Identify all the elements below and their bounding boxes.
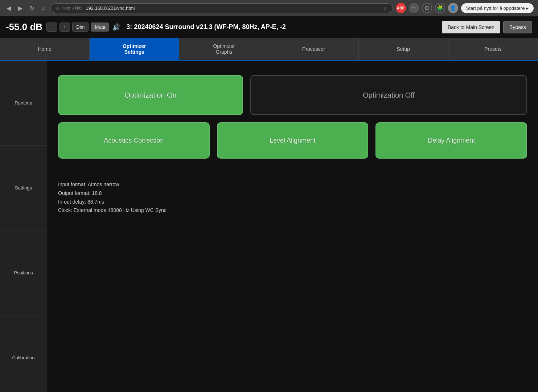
bypass-button[interactable]: Bypass	[503, 21, 532, 33]
sidebar-item-runtime[interactable]: Runtime	[0, 61, 47, 146]
tab-optimizer-settings[interactable]: Optimizer Settings	[90, 38, 179, 60]
puzzle-button[interactable]: 🧩	[435, 3, 445, 13]
nav-tabs: Home Optimizer Settings Optimizer Graphs…	[0, 38, 538, 61]
bookmark-icon[interactable]: ☆	[383, 5, 387, 11]
clock-label: Clock: External mode 48000 Hz Using WC S…	[58, 206, 527, 215]
header-right: Back to Main Screen Bypass	[442, 21, 532, 33]
main-layout: Runtime Settings Positions Calibration O…	[0, 61, 538, 392]
sidebar: Runtime Settings Positions Calibration	[0, 61, 47, 392]
info-text: Input format: Atmos narrow Output format…	[58, 180, 527, 215]
optimization-on-button[interactable]: Optimization On	[58, 75, 243, 115]
not-secure-icon: ⚠	[56, 6, 59, 11]
overflow-button[interactable]: ···	[409, 3, 419, 13]
app-header: -55.0 dB − + Dim Mute 🔊 3: 20240624 Surr…	[0, 16, 538, 38]
mute-button[interactable]: Mute	[91, 23, 109, 32]
extensions-button[interactable]: ⬡	[422, 3, 432, 13]
home-button[interactable]: ⌂	[40, 4, 48, 12]
output-format-label: Output format: 18.8	[58, 189, 527, 198]
sidebar-item-calibration[interactable]: Calibration	[0, 315, 47, 392]
volume-minus-button[interactable]: −	[46, 23, 57, 32]
tab-home[interactable]: Home	[0, 38, 90, 60]
delay-alignment-button[interactable]: Delay Alignment	[375, 122, 527, 159]
forward-button[interactable]: ▶	[16, 4, 25, 12]
optimization-off-button[interactable]: Optimization Off	[250, 75, 527, 115]
level-alignment-button[interactable]: Level Alignment	[217, 122, 369, 159]
browser-actions: ABP ··· ⬡ 🧩 👤 Start på nytt for å oppdat…	[396, 3, 534, 13]
tab-processor[interactable]: Processor	[269, 38, 359, 60]
refresh-button[interactable]: ↻	[28, 4, 37, 12]
dim-button[interactable]: Dim	[72, 23, 89, 32]
volume-display: -55.0 dB	[6, 21, 42, 33]
input-format-label: Input format: Atmos narrow	[58, 180, 527, 189]
tab-presets[interactable]: Presets	[448, 38, 538, 60]
tab-setup[interactable]: Setup	[359, 38, 448, 60]
sub-options-row: Acoustics Correction Level Alignment Del…	[58, 122, 527, 159]
volume-plus-button[interactable]: +	[59, 23, 70, 32]
back-button[interactable]: ◀	[4, 4, 13, 12]
user-avatar[interactable]: 👤	[448, 3, 458, 13]
header-title: 3: 20240624 Surround v21.3 (WF-PM, 80Hz,…	[126, 23, 442, 31]
sidebar-item-positions[interactable]: Positions	[0, 230, 47, 315]
sidebar-item-settings[interactable]: Settings	[0, 146, 47, 230]
content-area: Optimization On Optimization Off Acousti…	[47, 61, 538, 392]
abp-button[interactable]: ABP	[396, 3, 406, 13]
tab-optimizer-graphs[interactable]: Optimizer Graphs	[179, 38, 269, 60]
in-out-delay-label: In-out delay: 88.7ms	[58, 198, 527, 207]
update-button[interactable]: Start på nytt for å oppdatere ▸	[461, 3, 534, 13]
url-text: 192.168.0.201/vnc.html	[86, 5, 135, 11]
optimization-row: Optimization On Optimization Off	[58, 75, 527, 115]
back-to-main-button[interactable]: Back to Main Screen	[442, 21, 500, 33]
address-bar[interactable]: ⚠ Ikke sikker 192.168.0.201/vnc.html ☆	[50, 3, 393, 13]
browser-chrome: ◀ ▶ ↻ ⌂ ⚠ Ikke sikker 192.168.0.201/vnc.…	[0, 0, 538, 16]
not-secure-label: Ikke sikker	[62, 5, 83, 11]
speaker-icon: 🔊	[112, 23, 120, 31]
acoustics-correction-button[interactable]: Acoustics Correction	[58, 122, 210, 159]
